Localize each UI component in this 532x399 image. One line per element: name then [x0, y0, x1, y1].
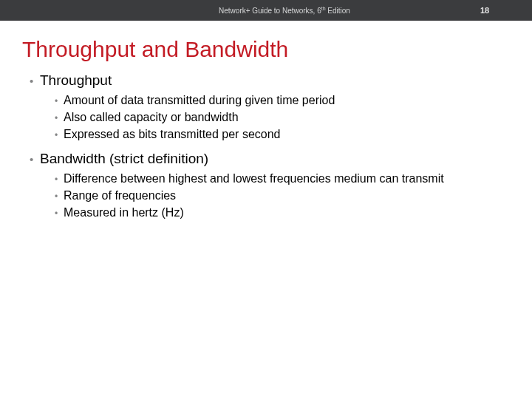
bullet-text: Difference between highest and lowest fr…: [64, 171, 444, 186]
sub-list: • Amount of data transmitted during give…: [30, 93, 502, 142]
bullet-text: Measured in hertz (Hz): [64, 205, 184, 220]
bullet-level2: • Amount of data transmitted during give…: [55, 93, 502, 108]
sub-list: • Difference between highest and lowest …: [30, 171, 502, 220]
bullet-glyph: •: [55, 96, 64, 106]
bullet-text: Also called capacity or bandwidth: [64, 110, 239, 125]
bullet-glyph: •: [30, 153, 40, 166]
bullet-level2: • Also called capacity or bandwidth: [55, 110, 502, 125]
header-bar: Network+ Guide to Networks, 6th Edition …: [0, 0, 532, 21]
bullet-glyph: •: [55, 208, 64, 219]
bullet-glyph: •: [55, 113, 64, 123]
bullet-text: Amount of data transmitted during given …: [64, 93, 335, 108]
header-title-prefix: Network+ Guide to Networks, 6: [219, 7, 321, 15]
bullet-level1: • Throughput: [30, 72, 502, 89]
bullet-level2: • Difference between highest and lowest …: [55, 171, 502, 186]
bullet-text: Expressed as bits transmitted per second: [64, 127, 280, 142]
header-title: Network+ Guide to Networks, 6th Edition: [0, 6, 480, 15]
bullet-level2: • Expressed as bits transmitted per seco…: [55, 127, 502, 142]
bullet-glyph: •: [55, 191, 64, 202]
slide-content: • Throughput • Amount of data transmitte…: [0, 72, 532, 220]
bullet-text: Bandwidth (strict definition): [40, 151, 208, 167]
bullet-text: Throughput: [40, 72, 112, 89]
page-number: 18: [480, 6, 532, 15]
bullet-glyph: •: [55, 174, 64, 185]
bullet-text: Range of frequencies: [64, 188, 176, 203]
slide-title: Throughput and Bandwidth: [0, 21, 532, 72]
bullet-glyph: •: [55, 130, 64, 140]
bullet-level2: • Range of frequencies: [55, 188, 502, 203]
bullet-level1: • Bandwidth (strict definition): [30, 151, 502, 167]
bullet-glyph: •: [30, 75, 40, 87]
bullet-level2: • Measured in hertz (Hz): [55, 205, 502, 220]
header-title-suffix: Edition: [326, 7, 350, 15]
